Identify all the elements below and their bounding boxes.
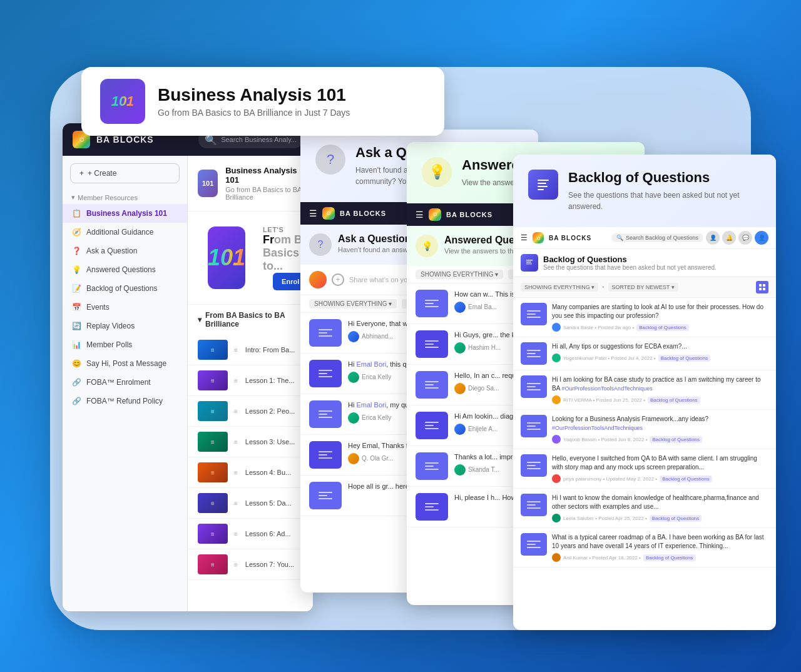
- bq-tag-2[interactable]: Backlog of Questions: [648, 397, 700, 404]
- list-item[interactable]: ≡ ≡ Lesson 5: Da...: [188, 488, 313, 519]
- list-item[interactable]: ≡ ≡ Lesson 1: The...: [188, 365, 313, 396]
- svg-rect-5: [526, 262, 531, 262]
- bq-tag-3[interactable]: Backlog of Questions: [650, 436, 702, 443]
- course-big-logo-text: 101: [208, 245, 245, 271]
- foba-enrol-icon: 🔗: [71, 377, 81, 387]
- search-text: Search Business Analy...: [221, 136, 297, 143]
- grid-view-icon[interactable]: [756, 281, 768, 293]
- showing-filter[interactable]: SHOWING EVERYTHING ▾: [309, 299, 397, 308]
- hashtag-link[interactable]: #OurProfessionToolsAndTechniques: [562, 385, 653, 392]
- bq-tag-6[interactable]: Backlog of Questions: [643, 554, 696, 561]
- list-item[interactable]: Looking for a Business Analysis Framewor…: [513, 410, 776, 449]
- member-resources-label: Member Resources: [78, 194, 138, 201]
- create-button[interactable]: + + Create: [70, 163, 180, 183]
- sidebar-item-sayhi[interactable]: 😊 Say Hi, Post a Message: [63, 354, 187, 373]
- add-post-icon[interactable]: +: [332, 273, 344, 286]
- bq-author-2: RITI VERMA • Posted Jun 25, 2022 •: [563, 397, 645, 403]
- backlog-questions-card: Backlog of Questions See the questions t…: [513, 155, 776, 630]
- author-name: Ehijele A...: [468, 425, 497, 434]
- inner-search[interactable]: 🔍 Search Backlog of Questions: [611, 233, 703, 242]
- question-mark-icon: ?: [315, 145, 345, 175]
- backlog-icon: 📝: [71, 283, 81, 293]
- list-icon: ≡: [234, 500, 238, 507]
- answered-icon: 💡: [71, 265, 81, 275]
- list-item[interactable]: Hello, everyone I switched from QA to BA…: [513, 449, 776, 489]
- sidebar-item-polls[interactable]: 📊 Member Polls: [63, 335, 187, 354]
- ask-icon: ❓: [71, 246, 81, 256]
- bq-content: Hi I want to know the domain knowledge o…: [552, 494, 768, 522]
- bq-thumb: [521, 533, 547, 556]
- post-thumb: [416, 452, 448, 480]
- chat-icon: 💬: [738, 231, 752, 245]
- svg-rect-3: [538, 189, 544, 190]
- list-item[interactable]: ≡ ≡ Lesson 4: Bu...: [188, 457, 313, 488]
- answered-showing-filter[interactable]: SHOWING EVERYTHING ▾: [416, 270, 503, 279]
- list-icon: ≡: [234, 469, 238, 476]
- list-item[interactable]: What is a typical career roadmap of a BA…: [513, 528, 776, 568]
- lesson-text-7: Lesson 7: You...: [245, 561, 294, 568]
- sidebar-item-answered[interactable]: 💡 Answered Questions: [63, 260, 187, 279]
- author-name: Abhinand...: [362, 332, 394, 341]
- list-icon: ≡: [234, 377, 238, 384]
- list-item[interactable]: Hi I want to know the domain knowledge o…: [513, 489, 776, 528]
- post-thumb: [309, 441, 342, 469]
- bq-meta-4: priya palarumony • Updated May 2, 2022 •…: [552, 474, 768, 483]
- sidebar-item-foba-refund[interactable]: 🔗 FOBA™ Refund Policy: [63, 392, 187, 410]
- svg-rect-1: [538, 183, 546, 184]
- list-item[interactable]: ≡ ≡ Lesson 6: Ad...: [188, 519, 313, 549]
- inner-ba-logo: ⬡: [322, 207, 335, 220]
- list-item[interactable]: ≡ ≡ Lesson 2: Peo...: [188, 396, 313, 427]
- sidebar-brand-name: BA BLOCKS: [96, 135, 154, 145]
- main-sidebar-card: ⬡ BA BLOCKS 🔍 Search Business Analy... +…: [63, 123, 313, 611]
- course-logo: 101: [198, 170, 218, 197]
- bq-author-0: Sandra Basle • Posted 2w ago •: [563, 325, 634, 330]
- nav-section-title: ▾ Member Resources: [63, 191, 187, 204]
- bq-tag-5[interactable]: Backlog of Questions: [650, 515, 702, 522]
- list-item[interactable]: ≡ ≡ Lesson 7: You...: [188, 549, 313, 580]
- bq-meta-0: Sandra Basle • Posted 2w ago • Backlog o…: [552, 323, 768, 332]
- list-item[interactable]: Hi all, Any tips or suggestions for ECBA…: [513, 337, 776, 370]
- svg-rect-9: [759, 288, 762, 290]
- sidebar-item-ba101[interactable]: 📋 Business Analysis 101: [63, 204, 187, 223]
- bq-thumb: [521, 342, 547, 365]
- svg-rect-6: [526, 263, 532, 264]
- post-thumb: [309, 319, 342, 347]
- bq-tag-1[interactable]: Backlog of Questions: [658, 355, 711, 362]
- sidebar-item-replay[interactable]: 🔄 Replay Videos: [63, 317, 187, 335]
- list-item[interactable]: Many companies are starting to look at A…: [513, 298, 776, 337]
- backlog-inner-subtitle: See the questions that have been asked b…: [543, 264, 717, 271]
- sidebar-item-events[interactable]: 📅 Events: [63, 298, 187, 317]
- svg-rect-10: [763, 288, 765, 290]
- user-avatar: [309, 271, 327, 288]
- backlog-filter-row: SHOWING EVERYTHING ▾ • SORTED BY NEWEST …: [513, 277, 776, 298]
- nav-label-ask: Ask a Question: [86, 247, 137, 255]
- bq-tag-0[interactable]: Backlog of Questions: [636, 324, 689, 331]
- sidebar-item-foba-enrol[interactable]: 🔗 FOBA™ Enrolment: [63, 373, 187, 392]
- list-item[interactable]: ≡ ≡ Lesson 3: Use...: [188, 427, 313, 457]
- list-icon: ≡: [234, 531, 238, 537]
- backlog-sort-filter[interactable]: SORTED BY NEWEST ▾: [608, 283, 678, 292]
- inner-ba-logo: ⬡: [429, 208, 441, 221]
- inner-question-icon: ?: [309, 233, 332, 256]
- bq-content: Many companies are starting to look at A…: [552, 303, 768, 332]
- list-item[interactable]: Hi I am looking for BA case study to pra…: [513, 370, 776, 410]
- nav-label-answered: Answered Questions: [86, 265, 156, 274]
- list-item[interactable]: ≡ ≡ Intro: From Ba...: [188, 335, 313, 365]
- lesson-text-2: Lesson 2: Peo...: [245, 407, 295, 415]
- bq-author-6: Anil Kumar • Posted Apr 18, 2022 •: [563, 555, 641, 561]
- list-icon: ≡: [234, 439, 238, 445]
- bq-meta-2: RITI VERMA • Posted Jun 25, 2022 • Backl…: [552, 395, 768, 404]
- sidebar-item-backlog[interactable]: 📝 Backlog of Questions: [63, 279, 187, 298]
- bq-tag-4[interactable]: Backlog of Questions: [660, 476, 712, 482]
- bq-meta-1: Yogeshkumar Patel • Posted Jul 4, 2022 •…: [552, 354, 768, 362]
- sidebar-item-guidance[interactable]: 🧭 Additional Guidance: [63, 223, 187, 242]
- list-icon: ≡: [211, 377, 215, 384]
- lesson-thumb-1: ≡: [198, 370, 228, 390]
- post-thumb: [309, 360, 342, 387]
- bq-thumb: [521, 454, 547, 477]
- bq-avatar: [552, 323, 561, 332]
- sidebar-item-ask[interactable]: ❓ Ask a Question: [63, 242, 187, 260]
- post-thumb: [309, 482, 342, 509]
- hashtag-link[interactable]: #OurProfessionToolsAndTechniques: [552, 425, 643, 431]
- backlog-showing-filter[interactable]: SHOWING EVERYTHING ▾: [521, 283, 598, 292]
